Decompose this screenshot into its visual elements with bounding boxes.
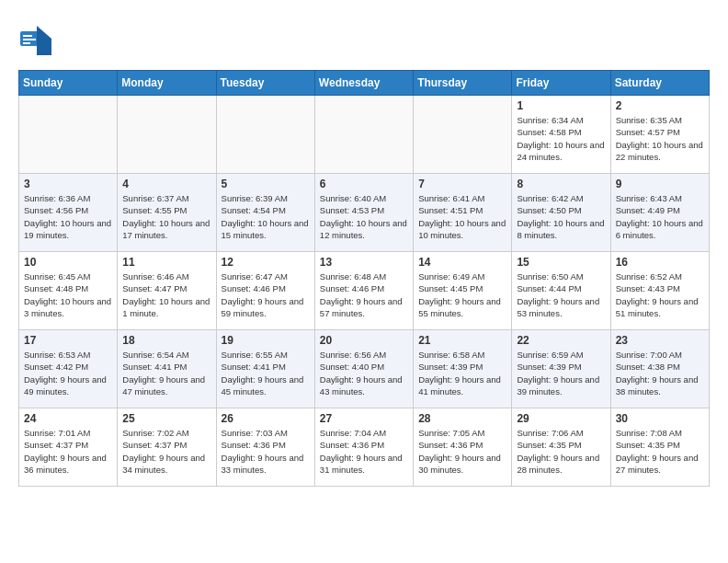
calendar-day-cell: 18Sunrise: 6:54 AMSunset: 4:41 PMDayligh…: [118, 330, 216, 408]
day-number: 22: [517, 334, 605, 347]
day-number: 18: [122, 334, 210, 347]
day-number: 27: [320, 412, 408, 425]
calendar-week-row: 17Sunrise: 6:53 AMSunset: 4:42 PMDayligh…: [19, 330, 710, 408]
calendar-day-cell: 5Sunrise: 6:39 AMSunset: 4:54 PMDaylight…: [216, 174, 314, 252]
day-info: Sunrise: 6:54 AMSunset: 4:41 PMDaylight:…: [122, 349, 210, 397]
day-info: Sunrise: 7:08 AMSunset: 4:35 PMDaylight:…: [616, 427, 704, 476]
weekday-header: Sunday: [19, 71, 118, 96]
day-info: Sunrise: 6:37 AMSunset: 4:55 PMDaylight:…: [122, 192, 210, 241]
calendar-day-cell: 21Sunrise: 6:58 AMSunset: 4:39 PMDayligh…: [414, 330, 512, 408]
day-number: 26: [222, 412, 310, 425]
calendar-day-cell: 15Sunrise: 6:50 AMSunset: 4:44 PMDayligh…: [512, 252, 610, 330]
calendar-day-cell: 22Sunrise: 6:59 AMSunset: 4:39 PMDayligh…: [512, 330, 610, 408]
svg-rect-5: [23, 42, 30, 44]
calendar-header-row: SundayMondayTuesdayWednesdayThursdayFrid…: [19, 71, 710, 96]
calendar-day-cell: 17Sunrise: 6:53 AMSunset: 4:42 PMDayligh…: [19, 330, 118, 408]
calendar-day-cell: 7Sunrise: 6:41 AMSunset: 4:51 PMDaylight…: [414, 174, 512, 252]
calendar-day-cell: 25Sunrise: 7:02 AMSunset: 4:37 PMDayligh…: [118, 408, 216, 487]
day-number: 16: [616, 256, 704, 269]
calendar-day-cell: [118, 96, 216, 174]
calendar-day-cell: 26Sunrise: 7:03 AMSunset: 4:36 PMDayligh…: [216, 408, 314, 487]
calendar-day-cell: [314, 96, 413, 174]
calendar-day-cell: 19Sunrise: 6:55 AMSunset: 4:41 PMDayligh…: [216, 330, 314, 408]
day-info: Sunrise: 6:45 AMSunset: 4:48 PMDaylight:…: [24, 270, 112, 319]
calendar-week-row: 1Sunrise: 6:34 AMSunset: 4:58 PMDaylight…: [19, 96, 710, 174]
day-number: 14: [418, 256, 506, 269]
day-info: Sunrise: 7:04 AMSunset: 4:36 PMDaylight:…: [320, 427, 408, 476]
calendar-day-cell: 10Sunrise: 6:45 AMSunset: 4:48 PMDayligh…: [19, 252, 118, 330]
page-header: [18, 18, 710, 55]
calendar-day-cell: 4Sunrise: 6:37 AMSunset: 4:55 PMDaylight…: [118, 174, 216, 252]
calendar-day-cell: 27Sunrise: 7:04 AMSunset: 4:36 PMDayligh…: [314, 408, 413, 487]
day-info: Sunrise: 6:43 AMSunset: 4:49 PMDaylight:…: [616, 192, 704, 241]
calendar-day-cell: 28Sunrise: 7:05 AMSunset: 4:36 PMDayligh…: [414, 408, 512, 487]
weekday-header: Thursday: [414, 71, 512, 96]
calendar-day-cell: 23Sunrise: 7:00 AMSunset: 4:38 PMDayligh…: [610, 330, 709, 408]
calendar-week-row: 10Sunrise: 6:45 AMSunset: 4:48 PMDayligh…: [19, 252, 710, 330]
calendar-day-cell: 11Sunrise: 6:46 AMSunset: 4:47 PMDayligh…: [118, 252, 216, 330]
day-number: 29: [517, 412, 605, 425]
weekday-header: Tuesday: [216, 71, 314, 96]
day-info: Sunrise: 7:03 AMSunset: 4:36 PMDaylight:…: [222, 427, 310, 476]
weekday-header: Monday: [118, 71, 216, 96]
day-info: Sunrise: 6:53 AMSunset: 4:42 PMDaylight:…: [24, 349, 112, 397]
weekday-header: Friday: [512, 71, 610, 96]
day-info: Sunrise: 7:06 AMSunset: 4:35 PMDaylight:…: [517, 427, 605, 476]
calendar-day-cell: 20Sunrise: 6:56 AMSunset: 4:40 PMDayligh…: [314, 330, 413, 408]
day-number: 6: [320, 178, 408, 190]
day-number: 3: [24, 178, 112, 190]
day-number: 28: [418, 412, 506, 425]
calendar-day-cell: [414, 96, 512, 174]
day-info: Sunrise: 6:40 AMSunset: 4:53 PMDaylight:…: [320, 192, 408, 241]
calendar-day-cell: 8Sunrise: 6:42 AMSunset: 4:50 PMDaylight…: [512, 174, 610, 252]
day-number: 21: [418, 334, 506, 347]
calendar-day-cell: 12Sunrise: 6:47 AMSunset: 4:46 PMDayligh…: [216, 252, 314, 330]
day-info: Sunrise: 6:50 AMSunset: 4:44 PMDaylight:…: [517, 270, 605, 319]
day-info: Sunrise: 6:46 AMSunset: 4:47 PMDaylight:…: [122, 270, 210, 319]
calendar-day-cell: 30Sunrise: 7:08 AMSunset: 4:35 PMDayligh…: [610, 408, 709, 487]
calendar-day-cell: 1Sunrise: 6:34 AMSunset: 4:58 PMDaylight…: [512, 96, 610, 174]
calendar-table: SundayMondayTuesdayWednesdayThursdayFrid…: [18, 70, 710, 487]
calendar-day-cell: 29Sunrise: 7:06 AMSunset: 4:35 PMDayligh…: [512, 408, 610, 487]
day-number: 15: [517, 256, 605, 269]
day-number: 1: [517, 99, 605, 112]
day-info: Sunrise: 6:39 AMSunset: 4:54 PMDaylight:…: [222, 192, 310, 241]
day-info: Sunrise: 7:02 AMSunset: 4:37 PMDaylight:…: [122, 427, 210, 476]
day-number: 23: [616, 334, 704, 347]
calendar-day-cell: [19, 96, 118, 174]
day-number: 30: [616, 412, 704, 425]
day-info: Sunrise: 6:35 AMSunset: 4:57 PMDaylight:…: [616, 114, 704, 163]
day-number: 20: [320, 334, 408, 347]
day-number: 10: [24, 256, 112, 269]
svg-rect-3: [23, 35, 32, 37]
weekday-header: Saturday: [610, 71, 709, 96]
calendar-day-cell: 16Sunrise: 6:52 AMSunset: 4:43 PMDayligh…: [610, 252, 709, 330]
day-number: 24: [24, 412, 112, 425]
day-info: Sunrise: 6:42 AMSunset: 4:50 PMDaylight:…: [517, 192, 605, 241]
day-info: Sunrise: 6:49 AMSunset: 4:45 PMDaylight:…: [418, 270, 506, 319]
day-number: 17: [24, 334, 112, 347]
day-info: Sunrise: 6:34 AMSunset: 4:58 PMDaylight:…: [517, 114, 605, 163]
day-info: Sunrise: 6:56 AMSunset: 4:40 PMDaylight:…: [320, 349, 408, 397]
calendar-day-cell: 13Sunrise: 6:48 AMSunset: 4:46 PMDayligh…: [314, 252, 413, 330]
logo: [18, 18, 55, 55]
day-number: 13: [320, 256, 408, 269]
day-number: 5: [222, 178, 310, 190]
day-info: Sunrise: 7:00 AMSunset: 4:38 PMDaylight:…: [616, 349, 704, 397]
calendar-day-cell: 24Sunrise: 7:01 AMSunset: 4:37 PMDayligh…: [19, 408, 118, 487]
weekday-header: Wednesday: [314, 71, 413, 96]
day-number: 4: [122, 178, 210, 190]
calendar-week-row: 3Sunrise: 6:36 AMSunset: 4:56 PMDaylight…: [19, 174, 710, 252]
svg-rect-4: [23, 39, 36, 40]
calendar-week-row: 24Sunrise: 7:01 AMSunset: 4:37 PMDayligh…: [19, 408, 710, 487]
calendar-day-cell: 9Sunrise: 6:43 AMSunset: 4:49 PMDaylight…: [610, 174, 709, 252]
day-info: Sunrise: 7:05 AMSunset: 4:36 PMDaylight:…: [418, 427, 506, 476]
calendar-day-cell: 14Sunrise: 6:49 AMSunset: 4:45 PMDayligh…: [414, 252, 512, 330]
day-info: Sunrise: 6:48 AMSunset: 4:46 PMDaylight:…: [320, 270, 408, 319]
calendar-day-cell: 3Sunrise: 6:36 AMSunset: 4:56 PMDaylight…: [19, 174, 118, 252]
day-number: 7: [418, 178, 506, 190]
day-info: Sunrise: 7:01 AMSunset: 4:37 PMDaylight:…: [24, 427, 112, 476]
logo-icon: [18, 22, 51, 55]
day-info: Sunrise: 6:36 AMSunset: 4:56 PMDaylight:…: [24, 192, 112, 241]
day-number: 11: [122, 256, 210, 269]
